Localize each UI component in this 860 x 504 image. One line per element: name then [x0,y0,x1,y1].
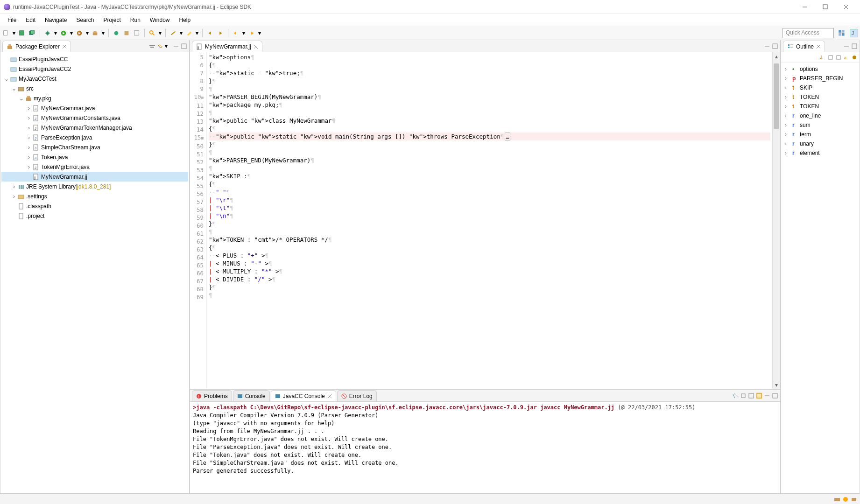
new-button[interactable] [2,29,10,37]
prev-edit-button[interactable] [206,29,214,37]
scroll-up-button[interactable]: ▴ [773,52,780,60]
new-class-button[interactable] [112,29,120,37]
close-icon[interactable] [62,44,67,49]
menu-search[interactable]: Search [71,15,99,25]
tree-item[interactable]: ›JParseException.java [1,133,188,142]
status-icon-1[interactable] [834,496,840,503]
debug-dropdown[interactable]: ▾ [54,30,57,36]
annotation-button[interactable] [185,29,193,37]
menu-edit[interactable]: Edit [21,15,40,25]
pin-console-button[interactable] [740,392,747,399]
outline-item[interactable]: ›pPARSER_BEGIN [782,74,859,83]
run-dropdown[interactable]: ▾ [70,30,73,36]
bottom-tab-javacc-console[interactable]: JavaCC Console [271,390,336,401]
new-dropdown[interactable]: ▾ [12,30,16,36]
new-package-dropdown[interactable]: ▾ [101,30,105,36]
console-output[interactable]: >java -classpath C:\Devs\GitRepo\sf-ecli… [190,402,780,493]
toggle-mark-button[interactable] [169,29,177,37]
outline-item[interactable]: ›rone_line [782,111,859,120]
tree-item[interactable]: ›JMyNewGrammar.java [1,103,188,113]
minimize-editor-button[interactable] [764,43,770,49]
menu-window[interactable]: Window [145,15,175,25]
open-console-button[interactable] [756,392,762,399]
view-menu-button[interactable]: ▾ [165,43,171,49]
package-explorer-tab[interactable]: Package Explorer [2,41,71,52]
save-button[interactable] [18,29,26,37]
tree-item[interactable]: EssaiPluginJavaCC2 [1,64,188,74]
bottom-tab-error-log[interactable]: Error Log [337,390,377,401]
search-dropdown[interactable]: ▾ [158,30,162,36]
tree-item[interactable]: EssaiPluginJavaCC [1,54,188,64]
menu-navigate[interactable]: Navigate [40,15,71,25]
debug-button[interactable] [43,29,52,37]
open-perspective-button[interactable] [838,29,846,37]
annotation-dropdown[interactable]: ▾ [195,30,199,36]
java-perspective-button[interactable]: J [850,29,858,37]
scroll-down-button[interactable]: ▾ [773,381,780,389]
outline-item[interactable]: ›tTOKEN [782,102,859,111]
close-button[interactable] [836,0,856,14]
filter-button-3[interactable]: a [843,54,850,61]
status-icon-3[interactable] [851,496,857,503]
minimize-view-button[interactable] [173,43,179,49]
status-icon-2[interactable] [842,496,849,503]
quick-access-input[interactable]: Quick Access [782,28,834,38]
outline-item[interactable]: ›rterm [782,130,859,139]
tree-item[interactable]: .project [1,211,188,221]
editor-scrollbar[interactable]: ▴ ▾ [772,52,780,389]
tree-item[interactable]: jjMyNewGrammar.jj [1,172,188,182]
sort-button[interactable] [819,54,826,61]
menu-run[interactable]: Run [126,15,145,25]
run-button[interactable] [59,29,68,37]
outline-tree[interactable]: ›•options›pPARSER_BEGIN›tSKIP›tTOKEN›tTO… [781,63,860,493]
save-all-button[interactable] [28,29,36,37]
outline-item[interactable]: ›tTOKEN [782,92,859,102]
maximize-bottom-button[interactable] [772,392,778,399]
outline-item[interactable]: ›tSKIP [782,83,859,92]
search-button[interactable] [148,29,156,37]
toggle-mark-dropdown[interactable]: ▾ [179,30,183,36]
tree-item[interactable]: ›JMyNewGrammarTokenManager.java [1,123,188,133]
filter-button-1[interactable] [827,54,834,61]
forward-button[interactable] [247,29,256,37]
maximize-outline-button[interactable] [851,43,858,49]
package-explorer-tree[interactable]: EssaiPluginJavaCCEssaiPluginJavaCC2⌄MyJa… [0,52,189,493]
back-dropdown[interactable]: ▾ [242,30,246,36]
filter-button-4[interactable] [851,54,858,61]
outline-item[interactable]: ›relement [782,148,859,158]
scroll-thumb[interactable] [774,63,779,129]
link-editor-button[interactable] [157,43,163,49]
new-project-button[interactable] [122,29,131,37]
maximize-editor-button[interactable] [772,43,778,49]
tree-item[interactable]: ›JMyNewGrammarConstants.java [1,113,188,123]
tree-item[interactable]: ›JToken.java [1,152,188,162]
line-gutter[interactable]: 5678910⊞1112131415⊞505152535455565758596… [190,52,207,389]
outline-item[interactable]: ›runary [782,139,859,148]
tree-item[interactable]: ›.settings [1,191,188,201]
open-type-button[interactable] [133,29,141,37]
forward-dropdown[interactable]: ▾ [258,30,261,36]
tree-item[interactable]: ›JSimpleCharStream.java [1,142,188,152]
close-icon[interactable] [816,44,821,49]
bottom-tab-console[interactable]: Console [233,390,270,401]
collapse-all-button[interactable] [149,43,155,49]
display-selected-button[interactable] [748,392,754,399]
minimize-outline-button[interactable] [843,43,850,49]
maximize-view-button[interactable] [181,43,187,49]
outline-item[interactable]: ›rsum [782,120,859,130]
tree-item[interactable]: ›JTokenMgrError.java [1,162,188,172]
close-icon[interactable] [254,44,258,49]
run-last-button[interactable] [75,29,84,37]
menu-project[interactable]: Project [99,15,125,25]
outline-tab[interactable]: Outline [783,41,825,52]
minimize-bottom-button[interactable] [764,392,770,399]
tree-item[interactable]: ⌄my.pkg [1,93,188,103]
tree-item[interactable]: .classpath [1,201,188,211]
maximize-button[interactable] [815,0,836,14]
run-last-dropdown[interactable]: ▾ [85,30,89,36]
editor-tab[interactable]: jj MyNewGrammar.jj [192,41,262,52]
new-package-button[interactable] [91,29,99,37]
menu-file[interactable]: File [3,15,21,25]
filter-button-2[interactable] [835,54,842,61]
code-editor[interactable]: "kw">options¶{¶··"kw">static = "kw">true… [207,52,772,389]
